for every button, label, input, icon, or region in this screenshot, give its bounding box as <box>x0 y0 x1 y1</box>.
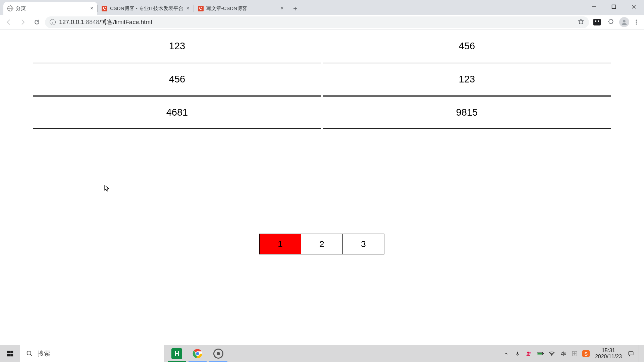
forward-button[interactable] <box>17 16 29 28</box>
page-button-1[interactable]: 1 <box>259 234 301 254</box>
svg-rect-17 <box>517 352 518 354</box>
new-tab-button[interactable]: + <box>289 3 302 15</box>
tab-title: 分页 <box>16 5 88 12</box>
kebab-icon <box>633 19 640 25</box>
back-icon <box>5 19 12 25</box>
tray-battery[interactable] <box>537 351 544 356</box>
tray-volume[interactable] <box>559 351 567 357</box>
tab-0[interactable]: 分页 × <box>3 2 97 15</box>
cell-right: 123 <box>323 63 611 96</box>
show-desktop[interactable] <box>639 345 642 362</box>
svg-rect-10 <box>7 354 10 356</box>
clock-date: 2020/11/23 <box>595 354 622 360</box>
reload-button[interactable] <box>31 16 43 28</box>
person-icon <box>621 18 628 26</box>
svg-point-4 <box>623 20 625 22</box>
tray-notifications[interactable] <box>627 351 635 357</box>
close-icon[interactable]: × <box>90 5 93 11</box>
url-text: 127.0.0.1:8848/博客/limitFace.html <box>59 18 152 26</box>
address-bar[interactable]: i 127.0.0.1:8848/博客/limitFace.html <box>45 16 589 28</box>
data-grid: 123 456 456 123 4681 9815 <box>0 30 644 129</box>
tab-separator <box>288 5 288 12</box>
wifi-icon <box>548 351 555 356</box>
search-placeholder: 搜索 <box>38 349 50 358</box>
svg-line-13 <box>31 355 32 356</box>
start-button[interactable] <box>0 345 20 362</box>
windows-icon <box>6 350 14 357</box>
chrome-icon <box>193 349 203 359</box>
cursor-icon <box>104 185 110 192</box>
table-row: 123 456 <box>33 30 611 62</box>
tray-mic[interactable] <box>514 351 521 357</box>
pagination: 1 2 3 <box>0 234 644 254</box>
menu-button[interactable] <box>631 19 641 25</box>
cell-left: 4681 <box>33 96 321 129</box>
url-host: 127.0.0.1 <box>59 19 84 25</box>
chrome-window: 分页 × C CSDN博客 - 专业IT技术发表平台 × C 写文章-CSDN博… <box>0 0 644 362</box>
minimize-button[interactable] <box>584 0 604 13</box>
close-icon[interactable]: × <box>186 5 189 11</box>
toolbar: i 127.0.0.1:8848/博客/limitFace.html <box>0 15 644 30</box>
profile-button[interactable] <box>619 17 629 27</box>
tray-sogou[interactable]: S <box>582 350 590 357</box>
page-button-3[interactable]: 3 <box>342 234 384 254</box>
minimize-icon <box>591 4 596 9</box>
cell-right: 456 <box>323 30 611 62</box>
app-chrome[interactable] <box>187 345 208 362</box>
close-button[interactable] <box>624 0 644 13</box>
tray-clock[interactable]: 15:31 2020/11/23 <box>595 348 622 360</box>
svg-rect-21 <box>543 353 544 354</box>
tray-wifi[interactable] <box>548 351 555 356</box>
svg-point-7 <box>636 23 637 24</box>
taskbar: 搜索 H S 15:31 2020/11/23 <box>0 345 644 362</box>
volume-mute-icon <box>560 351 567 357</box>
app-browser[interactable] <box>208 345 229 362</box>
cell-left: 456 <box>33 63 321 96</box>
app-hbuilder[interactable]: H <box>166 345 187 362</box>
mic-icon <box>515 351 520 357</box>
maximize-button[interactable] <box>604 0 624 13</box>
hbuilder-icon: H <box>171 348 182 359</box>
tray-chevron[interactable] <box>502 351 510 356</box>
csdn-icon: C <box>198 6 204 11</box>
tab-title: 写文章-CSDN博客 <box>206 5 278 12</box>
table-row: 456 123 <box>33 63 611 96</box>
bookmark-button[interactable] <box>578 18 584 26</box>
battery-icon <box>537 351 544 356</box>
url-port: :8848 <box>84 19 99 25</box>
tray-ime[interactable] <box>571 351 578 357</box>
extensions-button[interactable] <box>605 16 617 28</box>
star-icon <box>578 18 584 25</box>
search-icon <box>26 350 33 357</box>
extension-1[interactable] <box>591 16 603 28</box>
url-path: /博客/limitFace.html <box>99 19 152 25</box>
clock-time: 15:31 <box>595 348 622 354</box>
taskbar-apps: H <box>166 345 229 362</box>
svg-point-5 <box>636 20 637 21</box>
info-icon[interactable]: i <box>50 19 56 25</box>
tabstrip: 分页 × C CSDN博客 - 专业IT技术发表平台 × C 写文章-CSDN博… <box>0 0 644 15</box>
tab-1[interactable]: C CSDN博客 - 专业IT技术发表平台 × <box>98 2 194 15</box>
svg-point-18 <box>527 352 529 354</box>
reload-icon <box>34 19 40 25</box>
svg-rect-22 <box>537 353 542 354</box>
notification-icon <box>628 351 634 357</box>
taskbar-search[interactable]: 搜索 <box>20 345 164 362</box>
ime-icon <box>572 351 578 357</box>
system-tray: S 15:31 2020/11/23 <box>500 345 644 362</box>
tab-2[interactable]: C 写文章-CSDN博客 × <box>194 2 288 15</box>
globe-icon <box>7 6 13 11</box>
svg-rect-1 <box>612 5 616 9</box>
tray-people[interactable] <box>525 351 533 357</box>
forward-icon <box>19 19 26 25</box>
maximize-icon <box>611 4 616 9</box>
back-button[interactable] <box>3 16 15 28</box>
svg-point-6 <box>636 21 637 22</box>
browser-icon <box>213 349 223 359</box>
people-icon <box>526 351 532 357</box>
puzzle-icon <box>608 19 614 25</box>
close-icon[interactable]: × <box>280 5 283 11</box>
page-content: 123 456 456 123 4681 9815 1 2 3 <box>0 30 644 345</box>
svg-point-23 <box>551 355 552 356</box>
page-button-2[interactable]: 2 <box>301 234 343 254</box>
